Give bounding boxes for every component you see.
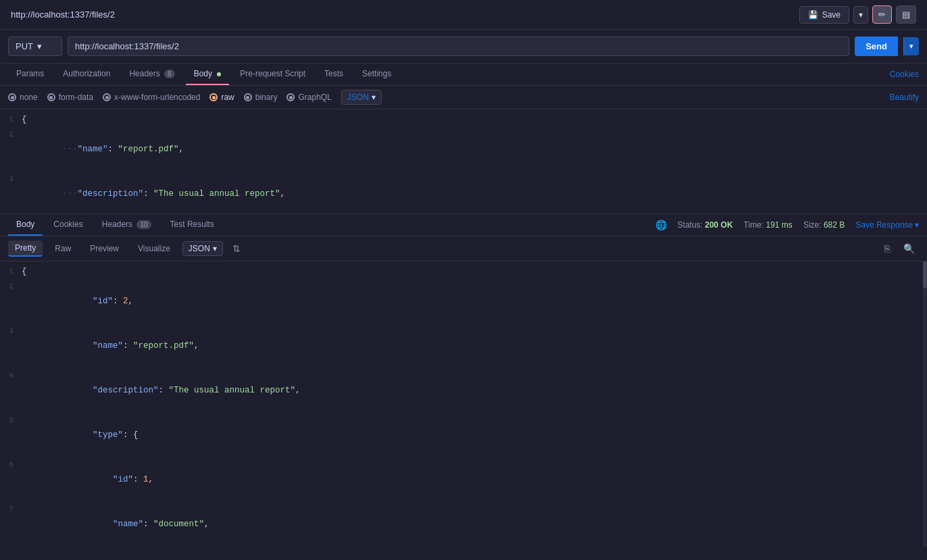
res-line-7: 7 "name": "document", <box>0 502 927 546</box>
beautify-button[interactable]: Beautify <box>890 93 919 102</box>
response-tab-headers[interactable]: Headers 10 <box>94 214 159 236</box>
format-tab-preview[interactable]: Preview <box>83 241 126 256</box>
res-line-6: 6 "id": 1, <box>0 457 927 502</box>
body-type-raw[interactable]: raw <box>209 93 234 102</box>
tab-headers[interactable]: Headers 8 <box>121 63 182 85</box>
tab-authorization[interactable]: Authorization <box>55 63 118 85</box>
res-line-3: 3 "name": "report.pdf", <box>0 324 927 368</box>
body-type-none[interactable]: none <box>8 93 38 102</box>
response-format-select[interactable]: JSON ▾ <box>182 241 223 256</box>
raw-radio[interactable] <box>209 93 218 101</box>
search-button[interactable]: 🔍 <box>899 242 919 255</box>
method-chevron-icon: ▾ <box>37 41 42 51</box>
format-tab-raw[interactable]: Raw <box>48 241 78 256</box>
response-tab-body[interactable]: Body <box>8 214 43 236</box>
tab-body[interactable]: Body <box>186 63 230 85</box>
size-label: Size: 682 B <box>803 220 845 230</box>
filter-icon-button[interactable]: ⇅ <box>228 242 245 255</box>
tab-settings[interactable]: Settings <box>354 63 399 85</box>
graphql-radio[interactable] <box>286 93 295 101</box>
response-section: Body Cookies Headers 10 Test Results 🌐 S… <box>0 214 927 560</box>
response-tab-cookies[interactable]: Cookies <box>45 214 91 236</box>
response-meta: 🌐 Status: 200 OK Time: 191 ms Size: 682 … <box>655 220 919 230</box>
save-button[interactable]: 💾 Save <box>799 6 849 24</box>
request-tabs: Params Authorization Headers 8 Body Pre-… <box>0 63 927 86</box>
scrollbar-thumb[interactable] <box>923 261 927 288</box>
body-type-form-data[interactable]: form-data <box>47 93 93 102</box>
tab-tests[interactable]: Tests <box>316 63 351 85</box>
format-tab-pretty[interactable]: Pretty <box>8 240 43 257</box>
title-bar: http://localhost:1337/files/2 💾 Save ▾ ✏… <box>0 0 927 30</box>
send-dropdown-button[interactable]: ▾ <box>903 37 919 55</box>
title-actions: 💾 Save ▾ ✏ ▤ <box>799 5 916 24</box>
form-data-radio[interactable] <box>47 93 55 101</box>
app-container: http://localhost:1337/files/2 💾 Save ▾ ✏… <box>0 0 927 560</box>
req-line-3: 3 ···"description": "The usual annual re… <box>0 172 927 214</box>
body-type-bar: none form-data x-www-form-urlencoded raw… <box>0 86 927 109</box>
send-button[interactable]: Send <box>855 36 898 56</box>
tab-params[interactable]: Params <box>8 63 52 85</box>
response-tabs: Body Cookies Headers 10 Test Results 🌐 S… <box>0 214 927 236</box>
none-radio[interactable] <box>8 93 16 101</box>
globe-icon: 🌐 <box>655 220 667 230</box>
response-body-editor: 1 { 2 "id": 2, 3 "name": "report.pdf", 4 <box>0 261 927 546</box>
req-line-2: 2 ···"name": "report.pdf", <box>0 127 927 172</box>
res-line-1: 1 { <box>0 264 927 279</box>
tab-pre-request-script[interactable]: Pre-request Script <box>232 63 314 85</box>
request-body-editor[interactable]: 1 { 2 ···"name": "report.pdf", 3 ···"des… <box>0 109 927 214</box>
body-type-urlencoded[interactable]: x-www-form-urlencoded <box>103 93 200 102</box>
format-tab-visualize[interactable]: Visualize <box>131 241 177 256</box>
save-response-button[interactable]: Save Response ▾ <box>855 220 919 230</box>
pencil-icon-button[interactable]: ✏ <box>872 5 892 24</box>
res-line-5: 5 "type": { <box>0 413 927 457</box>
save-dropdown-arrow[interactable]: ▾ <box>853 6 868 24</box>
response-format-bar: Pretty Raw Preview Visualize JSON ▾ ⇅ ⎘ … <box>0 236 927 261</box>
body-type-binary[interactable]: binary <box>244 93 278 102</box>
urlencoded-radio[interactable] <box>103 93 111 101</box>
list-icon-button[interactable]: ▤ <box>896 5 916 24</box>
body-type-graphql[interactable]: GraphQL <box>286 93 331 102</box>
status-label: Status: 200 OK <box>678 220 733 230</box>
res-line-2: 2 "id": 2, <box>0 279 927 324</box>
request-bar: PUT ▾ Send ▾ <box>0 30 927 63</box>
time-label: Time: 191 ms <box>744 220 793 230</box>
json-format-select[interactable]: JSON ▾ <box>341 90 382 105</box>
method-select[interactable]: PUT ▾ <box>8 36 62 56</box>
binary-radio[interactable] <box>244 93 252 101</box>
response-tab-test-results[interactable]: Test Results <box>162 214 222 236</box>
req-line-1: 1 { <box>0 112 927 127</box>
url-input[interactable] <box>68 36 849 56</box>
save-disk-icon: 💾 <box>808 10 818 20</box>
save-response-arrow-icon: ▾ <box>915 220 919 230</box>
headers-count-badge: 8 <box>164 70 175 78</box>
cookies-link[interactable]: Cookies <box>890 70 919 79</box>
res-line-4: 4 "description": "The usual annual repor… <box>0 368 927 413</box>
response-headers-count-badge: 10 <box>136 220 151 229</box>
json-chevron-icon: ▾ <box>372 93 376 102</box>
method-label: PUT <box>16 41 33 51</box>
body-active-dot <box>217 72 221 76</box>
title-url: http://localhost:1337/files/2 <box>11 9 115 20</box>
format-chevron-icon: ▾ <box>213 244 217 253</box>
copy-button[interactable]: ⎘ <box>880 242 894 255</box>
scrollbar-track[interactable] <box>923 261 927 546</box>
